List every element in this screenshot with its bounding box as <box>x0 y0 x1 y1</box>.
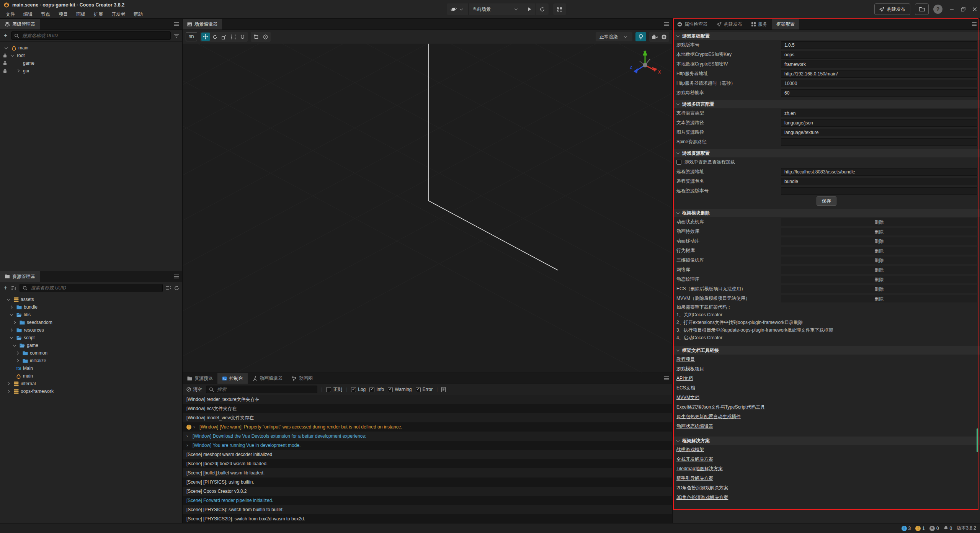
section-doc-links[interactable]: 框架文档工具链接 <box>673 346 980 355</box>
scale-tool-button[interactable] <box>220 33 228 41</box>
assets-search[interactable] <box>20 284 163 292</box>
tab-animation-editor[interactable]: 动画编辑器 <box>248 373 287 384</box>
remote-res-version-input[interactable] <box>781 187 977 195</box>
checkbox-checked-icon[interactable] <box>369 387 374 392</box>
tab-asset-preview[interactable]: 资源预览 <box>183 373 217 384</box>
chevron-down-icon[interactable] <box>12 343 18 348</box>
asset-node[interactable]: internal <box>0 380 182 387</box>
section-i18n[interactable]: 游戏多语言配置 <box>673 100 980 108</box>
tab-scene-editor[interactable]: 场景编辑器 <box>183 19 222 29</box>
add-node-button[interactable]: + <box>3 33 8 39</box>
expand-arrow-icon[interactable]: › <box>193 424 199 430</box>
transform-tool-button[interactable] <box>238 33 247 41</box>
panel-menu-icon[interactable] <box>664 376 669 381</box>
hierarchy-node[interactable]: gui <box>0 67 182 75</box>
doc-link[interactable]: ECS文档 <box>673 383 980 393</box>
text-res-path-input[interactable] <box>781 119 977 127</box>
asset-node[interactable]: libs <box>0 311 182 319</box>
clear-console-button[interactable]: 清空 <box>186 386 202 393</box>
chevron-down-icon[interactable] <box>9 312 15 317</box>
build-publish-button[interactable]: 构建发布 <box>874 3 910 15</box>
checkbox-checked-icon[interactable] <box>351 387 356 392</box>
delete-button[interactable]: 删除 <box>781 247 977 255</box>
checkbox-icon[interactable] <box>676 160 681 165</box>
http-server-input[interactable] <box>781 70 977 78</box>
chevron-right-icon[interactable] <box>12 320 18 325</box>
filter-log-checkbox[interactable]: Log <box>351 387 366 392</box>
status-notifications[interactable]: 0 <box>944 526 952 531</box>
lock-icon[interactable] <box>3 69 7 73</box>
game-version-input[interactable] <box>781 41 977 49</box>
doc-link[interactable]: 教程项目 <box>673 355 980 364</box>
close-button[interactable] <box>972 7 977 11</box>
lock-icon[interactable] <box>3 61 7 65</box>
hierarchy-node[interactable]: game <box>0 59 182 67</box>
asset-node[interactable]: oops-framework <box>0 387 182 395</box>
chevron-down-icon[interactable] <box>6 297 11 302</box>
menu-project[interactable]: 项目 <box>54 11 72 18</box>
log-row[interactable]: [Scene] [PHYSICS]: switch from builtin t… <box>183 505 672 514</box>
asset-node[interactable]: resources <box>0 326 182 334</box>
tab-console[interactable]: 控制台 <box>217 373 248 384</box>
pivot-toggle-button[interactable] <box>252 33 260 41</box>
log-row[interactable]: [Scene] meshopt wasm decoder initialized <box>183 450 672 459</box>
asset-node[interactable]: bundle <box>0 303 182 311</box>
status-warning-count[interactable]: ! 1 <box>915 526 925 531</box>
delete-button[interactable]: 删除 <box>781 228 977 235</box>
solution-link[interactable]: 战棋游戏框架 <box>673 445 980 455</box>
image-res-path-input[interactable] <box>781 129 977 136</box>
open-project-folder-button[interactable] <box>915 3 929 15</box>
tab-hierarchy[interactable]: 层级管理器 <box>0 19 40 29</box>
delete-button[interactable]: 删除 <box>781 276 977 283</box>
languages-input[interactable] <box>781 110 977 117</box>
log-row-info[interactable]: › [Window] Download the Vue Devtools ext… <box>183 432 672 441</box>
log-row[interactable]: [Scene] [PHYSICS]: using builtin. <box>183 477 672 487</box>
filter-icon[interactable] <box>174 34 179 38</box>
play-button[interactable] <box>523 3 536 15</box>
asset-node[interactable]: initialize <box>0 357 182 365</box>
delete-button[interactable]: 删除 <box>781 257 977 264</box>
coordinate-toggle-button[interactable] <box>261 33 270 41</box>
menu-panel[interactable]: 面板 <box>72 11 90 18</box>
chevron-down-icon[interactable] <box>4 45 9 51</box>
hierarchy-node[interactable]: root <box>0 52 182 59</box>
solution-link[interactable]: Tiledmap地图解决方案 <box>673 464 980 474</box>
menu-node[interactable]: 节点 <box>37 11 54 18</box>
panel-menu-icon[interactable] <box>174 22 179 26</box>
asset-node[interactable]: game <box>0 342 182 349</box>
spine-res-path-input[interactable] <box>781 138 977 146</box>
rotate-tool-button[interactable] <box>211 33 219 41</box>
chevron-down-icon[interactable] <box>10 53 15 58</box>
section-modules[interactable]: 框架模块删除 <box>673 209 980 217</box>
console-log-list[interactable]: [Window] render_texture文件夹存在 [Window] ec… <box>183 395 672 523</box>
delete-button[interactable]: 删除 <box>781 237 977 245</box>
log-row[interactable]: [Scene] Cocos Creator v3.8.2 <box>183 487 672 496</box>
asset-node[interactable]: script <box>0 334 182 342</box>
tab-property-inspector[interactable]: 属性检查器 <box>673 19 712 29</box>
status-error-count[interactable]: × 0 <box>929 526 939 531</box>
log-row[interactable]: [Scene] [PHYSICS2D]: switch from box2d-w… <box>183 514 672 523</box>
hierarchy-search-input[interactable] <box>21 33 168 39</box>
log-row[interactable]: [Window] ecs文件夹存在 <box>183 404 672 413</box>
http-timeout-input[interactable] <box>781 80 977 87</box>
sort-icon[interactable] <box>11 286 16 290</box>
section-solutions[interactable]: 框架解决方案 <box>673 437 980 445</box>
asset-node[interactable]: main <box>0 372 182 380</box>
log-row-info[interactable]: › [Window] You are running Vue in develo… <box>183 441 672 450</box>
menu-file[interactable]: 文件 <box>2 11 19 18</box>
doc-link[interactable]: 动画状态机编辑器 <box>673 422 980 431</box>
doc-link[interactable]: MVVM文档 <box>673 393 980 402</box>
asset-node[interactable]: seedrandom <box>0 319 182 326</box>
render-mode-dropdown[interactable]: 正常渲染 <box>596 32 632 41</box>
delete-button[interactable]: 删除 <box>781 218 977 226</box>
doc-link[interactable]: Excel格式转Json文件与TypeScript代码工具 <box>673 402 980 412</box>
log-row[interactable]: [Window] render_texture文件夹存在 <box>183 395 672 404</box>
help-button[interactable]: ? <box>933 5 942 14</box>
chevron-right-icon[interactable] <box>15 358 21 363</box>
maximize-button[interactable] <box>961 7 965 11</box>
tab-animation-graph[interactable]: 动画图 <box>287 373 317 384</box>
remote-bundle-name-input[interactable] <box>781 178 977 185</box>
menu-edit[interactable]: 编辑 <box>19 11 37 18</box>
panel-menu-icon[interactable] <box>174 274 179 279</box>
rect-tool-button[interactable] <box>229 33 237 41</box>
